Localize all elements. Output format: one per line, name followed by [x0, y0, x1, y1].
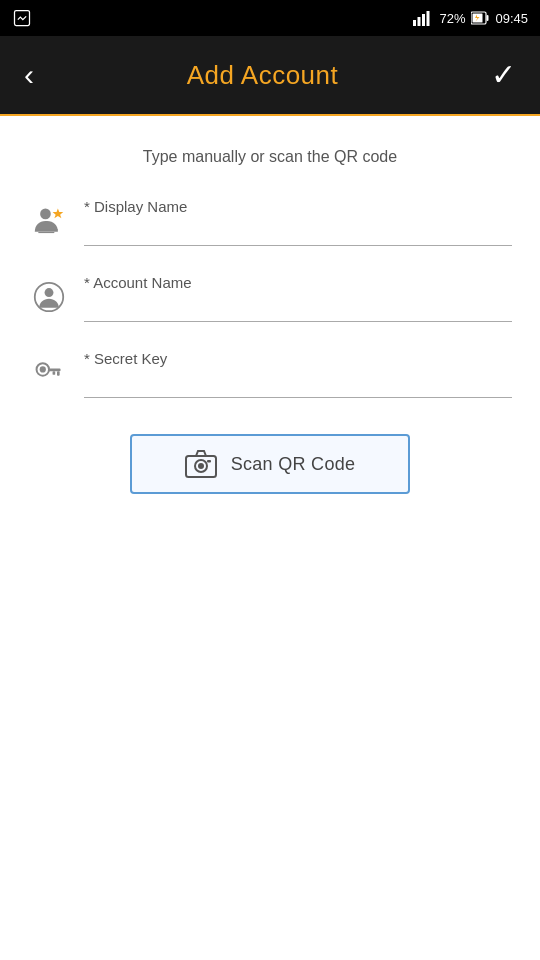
subtitle-text: Type manually or scan the QR code: [28, 148, 512, 166]
status-bar-left: [12, 8, 32, 28]
secret-key-icon: [28, 352, 70, 394]
account-name-input[interactable]: [84, 295, 512, 322]
display-name-field: * Display Name: [28, 198, 512, 246]
secret-key-label: * Secret Key: [84, 350, 512, 367]
svg-point-21: [198, 463, 204, 469]
main-content: Type manually or scan the QR code * Disp…: [0, 116, 540, 518]
display-name-label: * Display Name: [84, 198, 512, 215]
secret-key-field: * Secret Key: [28, 350, 512, 398]
signal-icon: [413, 10, 433, 26]
svg-rect-17: [57, 371, 60, 375]
account-name-wrapper: * Account Name: [84, 274, 512, 322]
display-name-input[interactable]: [84, 219, 512, 246]
svg-rect-16: [48, 369, 60, 372]
scan-qr-button[interactable]: Scan QR Code: [130, 434, 410, 494]
svg-marker-9: [53, 209, 64, 219]
svg-rect-3: [422, 14, 425, 26]
display-name-wrapper: * Display Name: [84, 198, 512, 246]
svg-point-8: [40, 209, 51, 220]
status-bar: 72% 09:45: [0, 0, 540, 36]
battery-icon: [471, 11, 489, 25]
svg-rect-18: [53, 371, 56, 375]
scan-qr-label: Scan QR Code: [231, 454, 356, 475]
back-button[interactable]: ‹: [16, 52, 42, 98]
svg-rect-2: [418, 17, 421, 26]
svg-point-13: [45, 288, 54, 297]
secret-key-wrapper: * Secret Key: [84, 350, 512, 398]
status-time: 09:45: [495, 11, 528, 26]
app-bar: ‹ Add Account ✓: [0, 36, 540, 116]
display-name-icon: [28, 200, 70, 242]
svg-rect-4: [427, 11, 430, 26]
svg-rect-22: [207, 460, 211, 463]
confirm-button[interactable]: ✓: [483, 52, 524, 98]
account-name-icon: [28, 276, 70, 318]
battery-level: 72%: [439, 11, 465, 26]
secret-key-input[interactable]: [84, 371, 512, 398]
page-title: Add Account: [187, 60, 339, 91]
scan-btn-wrapper: Scan QR Code: [28, 434, 512, 494]
svg-point-15: [40, 366, 46, 372]
status-icons: 72% 09:45: [413, 10, 528, 26]
account-name-field: * Account Name: [28, 274, 512, 322]
svg-rect-1: [413, 20, 416, 26]
svg-rect-6: [487, 15, 489, 21]
account-name-label: * Account Name: [84, 274, 512, 291]
camera-icon: [185, 450, 217, 478]
